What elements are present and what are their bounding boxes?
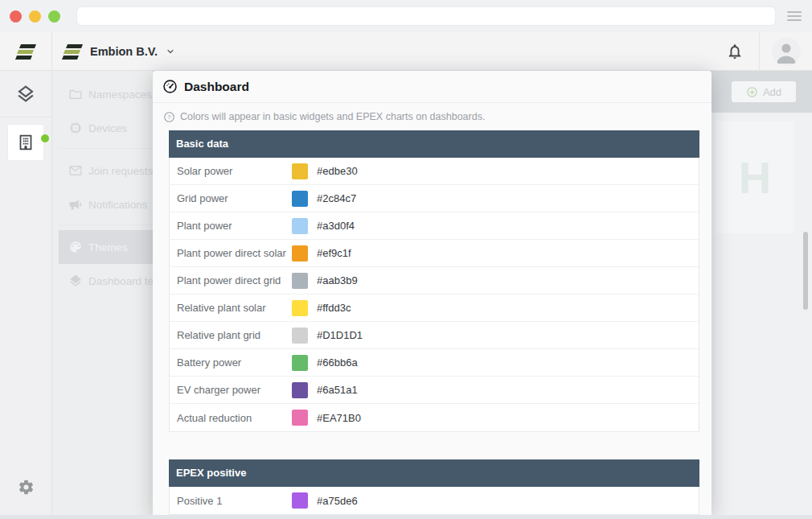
color-row[interactable]: Grid power#2c84c7 (170, 185, 699, 212)
plus-circle-icon (746, 86, 758, 98)
color-hex-value: #edbe30 (317, 165, 358, 177)
color-row[interactable]: Positive 1#a75de6 (170, 487, 699, 514)
color-hex-value: #aab3b9 (317, 274, 358, 286)
color-swatch[interactable] (292, 382, 308, 398)
modal-title: Dashboard (184, 80, 249, 94)
palette-icon (68, 240, 83, 254)
embion-logo-icon (16, 44, 35, 60)
table-rows: Positive 1#a75de6 (169, 487, 699, 515)
layers-icon (68, 274, 83, 288)
color-hex-value: #EA71B0 (317, 412, 361, 424)
notifications-bell-icon[interactable] (726, 43, 744, 60)
color-hex-value: #a75de6 (317, 495, 358, 507)
help-circle-icon: ? (163, 111, 175, 123)
chip-icon (68, 121, 83, 135)
table-section-header: EPEX positive (169, 459, 699, 487)
rail-namespaces-button[interactable] (0, 71, 51, 117)
color-hex-value: #ffdd3c (317, 302, 351, 314)
window-controls (10, 10, 60, 23)
table-section-header: Basic data (169, 130, 699, 158)
color-hex-value: #ef9c1f (317, 247, 351, 259)
color-swatch[interactable] (292, 163, 308, 179)
color-swatch[interactable] (292, 327, 308, 344)
color-swatch[interactable] (292, 218, 308, 234)
status-dot (41, 134, 49, 142)
section-sidebar (52, 71, 153, 515)
table-rows: Solar power#edbe30Grid power#2c84c7Plant… (169, 158, 699, 432)
color-swatch[interactable] (292, 191, 308, 207)
page-scrollbar-thumb[interactable] (803, 232, 808, 310)
color-row[interactable]: Solar power#edbe30 (170, 158, 699, 185)
building-icon (15, 132, 36, 153)
color-hex-value: #6a51a1 (317, 384, 358, 396)
color-swatch[interactable] (292, 492, 308, 509)
color-row-label: Solar power (170, 165, 292, 177)
browser-chrome (0, 0, 812, 32)
color-row[interactable]: Plant power direct grid#aab3b9 (170, 267, 699, 295)
minimize-window-button[interactable] (29, 10, 41, 23)
color-hex-value: #a3d0f4 (317, 220, 355, 232)
color-row-label: Plant power direct solar (170, 247, 292, 259)
gauge-icon (162, 79, 178, 94)
color-row-label: Grid power (170, 192, 292, 204)
color-table-epex-positive: EPEX positive Positive 1#a75de6 (169, 459, 699, 515)
color-row[interactable]: Battery power#66bb6a (170, 349, 699, 377)
folder-icon (68, 87, 83, 101)
color-hex-value: #D1D1D1 (317, 329, 363, 341)
color-table-basic-data: Basic data Solar power#edbe30Grid power#… (169, 130, 699, 432)
theme-card[interactable]: H (716, 121, 794, 233)
color-row-label: Battery power (170, 356, 292, 369)
color-row-label: Relative plant grid (170, 329, 292, 341)
dashboard-colors-modal: Dashboard ? Colors will appear in basic … (153, 71, 712, 515)
color-row[interactable]: Relative plant grid#D1D1D1 (170, 322, 699, 349)
color-row-label: Actual reduction (170, 412, 292, 424)
color-swatch[interactable] (292, 410, 308, 426)
color-swatch[interactable] (292, 245, 308, 262)
modal-title-bar: Dashboard (153, 71, 712, 103)
theme-card-letter: H (739, 151, 771, 204)
color-swatch[interactable] (292, 273, 308, 289)
color-row-label: Positive 1 (170, 495, 292, 507)
user-avatar[interactable] (772, 37, 801, 66)
maximize-window-button[interactable] (48, 10, 60, 23)
window-bottom-edge (0, 515, 812, 519)
color-row-label: Plant power (170, 220, 292, 232)
modal-description: Colors will appear in basic widgets and … (180, 111, 485, 122)
color-row-label: EV charger power (170, 384, 292, 396)
color-row[interactable]: Plant power#a3d0f4 (170, 212, 699, 240)
add-theme-button[interactable]: Add (732, 81, 796, 102)
color-row[interactable]: Plant power direct solar#ef9c1f (170, 240, 699, 267)
layers-icon (15, 84, 36, 105)
color-row[interactable]: EV charger power#6a51a1 (170, 377, 699, 404)
color-swatch[interactable] (292, 355, 308, 371)
app-logo (0, 32, 52, 71)
color-hex-value: #2c84c7 (317, 192, 356, 204)
browser-menu-icon[interactable] (787, 11, 802, 21)
embion-logo-icon (63, 44, 82, 60)
org-switcher[interactable]: Embion B.V. (63, 32, 175, 71)
url-input[interactable] (76, 6, 776, 26)
megaphone-icon (68, 197, 83, 212)
close-window-button[interactable] (10, 10, 22, 23)
color-row-label: Plant power direct grid (170, 274, 292, 286)
app-header: Embion B.V. (0, 32, 812, 71)
color-row-label: Relative plant solar (170, 302, 292, 314)
color-hex-value: #66bb6a (317, 356, 358, 369)
header-divider (759, 32, 760, 71)
settings-gear-icon[interactable] (18, 479, 35, 496)
modal-description-row: ? Colors will appear in basic widgets an… (153, 103, 712, 130)
chevron-down-icon (166, 47, 175, 56)
envelope-icon (68, 163, 83, 178)
org-name: Embion B.V. (90, 45, 158, 58)
icon-rail (0, 71, 52, 515)
color-swatch[interactable] (292, 300, 308, 316)
svg-text:?: ? (167, 113, 171, 121)
color-row[interactable]: Relative plant solar#ffdd3c (170, 295, 699, 322)
color-row[interactable]: Actual reduction#EA71B0 (170, 404, 699, 431)
rail-organization-button[interactable] (8, 125, 43, 160)
